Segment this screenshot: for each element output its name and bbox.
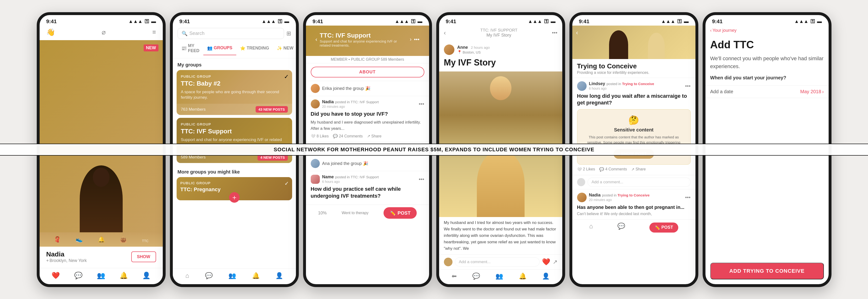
phone2-status-bar: 9:41 ▲▲▲ ⚿ ▬ [173,15,296,26]
ana-joined-notice: Ana joined the group 🎉 [306,156,429,171]
phone1-header: 👋 ⌀ ≡ [40,26,163,40]
nav-home[interactable]: ⌂ [185,272,189,279]
profile-info: Nadia ⌖ Brooklyn, New York [46,250,87,263]
p5-nav-chat[interactable]: 💬 [617,222,625,233]
share-icon: ↗ [367,134,370,138]
search-bar: 🔍 Search ⊞ [173,26,296,42]
p3-progress-label: Went to therapy [342,211,369,215]
group1-desc: A space for people who are going through… [181,89,288,101]
nav-profile[interactable]: 👤 [542,272,550,280]
p4-story-label: My IVF Story [480,33,518,38]
p3-progress: 10% [318,211,327,216]
nav-chat[interactable]: 💬 [205,272,213,279]
create-group-button[interactable]: ＋ [229,192,240,203]
nav-groups[interactable]: 👥 [495,272,503,280]
back-arrow[interactable]: ‹ [444,29,446,36]
p5-post-button[interactable]: ✏️ POST [649,222,678,233]
edit-icon: ✏️ [655,225,660,230]
settings-icon[interactable]: ≡ [152,28,156,36]
more-icon[interactable]: ••• [552,30,557,36]
group3-desc: Support and chat for anyone experiencing… [320,39,408,47]
post1-author-line: Nadia posted in TTC: IVF Support [322,100,379,104]
figure2 [648,33,665,59]
nav-bell[interactable]: 🔔 [252,272,260,279]
nav-bell[interactable]: 🔔 [519,272,526,280]
nav-profile[interactable]: 👤 [275,272,283,279]
hero-image [40,40,163,232]
hero-head [93,168,110,187]
nav-profile[interactable]: 👤 [142,272,151,279]
post1-block: Nadia posted in TTC: IVF Support 20 minu… [306,96,429,142]
tab-trending[interactable]: ⭐ TRENDING [236,42,273,55]
p5-comments[interactable]: 💬 4 Comments [599,167,627,172]
nav-groups-active[interactable]: 👥 [228,272,236,279]
p5-comment-input1[interactable]: Add a comment... [588,178,691,187]
post2-block: Name posted in TTC: IVF Support 6 hours … [306,171,429,205]
share-action[interactable]: ↗ Share [367,134,382,138]
erika-avatar [311,84,320,93]
p6-date-field: Add a date May 2018 › [706,85,829,98]
group3-name: TTC: Pregnancy [180,186,288,193]
p5-post2-meta: Nadia posted in Trying to Conceive 20 mi… [589,193,650,202]
phone1-profile: Nadia ⌖ Brooklyn, New York SHOW [40,247,163,268]
back-arrow-icon: ‹ [710,28,712,33]
post1-more[interactable]: ••• [418,101,424,107]
phone3-bottom-nav: 10% Went to therapy ✏️ POST [306,205,429,222]
phone5-status-bar: 9:41 ▲▲▲ ⚿ ▬ [572,15,695,26]
about-button[interactable]: ABOUT [311,67,424,77]
back-button[interactable]: ‹ Your journey [710,28,824,33]
post-button[interactable]: ✏️ POST [383,207,417,219]
phone4-status-icons: ▲▲▲ ⚿ ▬ [528,19,555,24]
chevron-right-icon: › [822,89,824,94]
p4-poster-avatar [444,45,455,55]
nav-groups[interactable]: 👥 [97,272,105,279]
group-card-ivf[interactable]: PUBLIC GROUP TTC: IVF Support Support an… [177,118,292,163]
nav-bell[interactable]: 🔔 [120,272,128,279]
post1-meta: Nadia posted in TTC: IVF Support 20 minu… [322,100,379,109]
more-icon[interactable]: ••• [414,36,419,43]
p5-post2-link[interactable]: Trying to Conceive [618,193,650,197]
phone5-bottom-nav: ⌂ 💬 ✏️ POST [572,219,695,237]
search-input[interactable]: 🔍 Search [178,28,284,39]
check-icon: ✓ [284,73,289,80]
p4-group-ref: TTC: IVF SUPPORT [480,28,518,33]
p5-post2-more[interactable]: ••• [685,194,690,200]
share-button[interactable]: ↗ [553,259,558,265]
post1-author: Nadia [322,100,334,104]
p4-comment-input[interactable]: Add a comment... [455,257,539,267]
nav-home[interactable]: ⬅ [452,272,457,280]
tab-groups[interactable]: 👥 GROUPS [203,42,236,55]
nav-chat[interactable]: 💬 [74,272,83,279]
comments-action[interactable]: 💬 24 Comments [333,134,363,138]
p5-likes[interactable]: 🤍 2 Likes [577,167,595,172]
phone3-time: 9:41 [313,19,323,25]
p5-back-arrow[interactable]: ‹ [576,29,578,36]
spacer [706,98,829,258]
tab-new[interactable]: ✨ NEW [273,42,296,55]
phone6-time: 9:41 [712,19,723,25]
nav-heart[interactable]: ❤️ [52,272,60,279]
name-avatar [311,175,320,184]
location-icon: ⌖ [46,258,49,263]
likes-action[interactable]: 🤍 8 Likes [311,134,329,138]
group1-content: PUBLIC GROUP TTC: Baby #2 A space for pe… [177,70,292,104]
p5-share[interactable]: ↗ Share [631,167,646,172]
post2-author: Name [322,174,334,180]
search-icon: 🔍 [182,31,188,36]
group-card-pregnancy[interactable]: PUBLIC GROUP TTC: Pregnancy ＋ ✓ [177,177,292,200]
p5-post1-more[interactable]: ••• [685,83,690,89]
post2-more[interactable]: ••• [418,176,424,182]
p5-context-link[interactable]: Trying to Conceive [622,82,654,86]
p6-date-value[interactable]: May 2018 › [800,89,824,94]
filter-icon[interactable]: ⊞ [286,30,291,37]
group-card-baby2[interactable]: PUBLIC GROUP TTC: Baby #2 A space for pe… [177,70,292,115]
tab-my-feed[interactable]: 📰 MY FEED [178,42,203,55]
add-ttc-button[interactable]: ADD TRYING TO CONCEIVE [710,263,824,279]
phone4-status-bar: 9:41 ▲▲▲ ⚿ ▬ [439,15,562,26]
back-arrow[interactable]: ‹ [315,36,317,43]
heart-icon: 🤍 [577,167,582,172]
heart-button[interactable]: ❤️ [542,258,550,266]
p5-nav-home[interactable]: ⌂ [589,222,593,233]
show-button[interactable]: SHOW [131,251,156,262]
nav-chat[interactable]: 💬 [472,272,480,280]
